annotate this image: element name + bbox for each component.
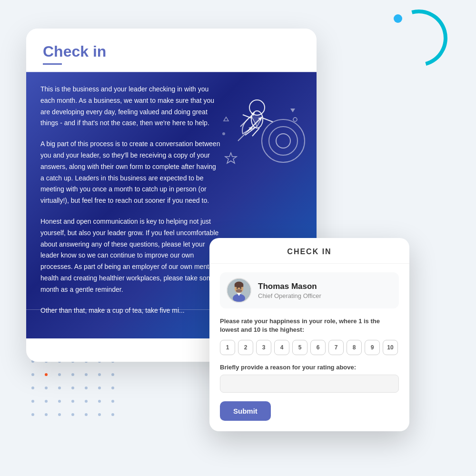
- rating-btn-8[interactable]: 8: [347, 340, 362, 355]
- rating-question: Please rate your happiness in your role,…: [220, 317, 399, 334]
- dot: [111, 373, 114, 376]
- svg-point-26: [236, 289, 242, 292]
- dot: [58, 387, 61, 389]
- reason-input[interactable]: [220, 375, 399, 393]
- profile-job-title: Chief Operating Officer: [258, 292, 321, 299]
- dot: [45, 413, 48, 416]
- svg-point-2: [276, 134, 290, 148]
- dot-orange: [45, 373, 48, 376]
- svg-point-25: [240, 288, 241, 289]
- dot: [98, 400, 101, 403]
- dot: [71, 387, 74, 389]
- rating-btn-2[interactable]: 2: [238, 340, 253, 355]
- svg-point-24: [237, 288, 238, 289]
- dot: [71, 413, 74, 416]
- teal-arc-decoration: [380, 0, 458, 77]
- svg-point-18: [293, 118, 297, 121]
- dot: [31, 373, 34, 376]
- avatar: [227, 278, 251, 303]
- dot: [98, 373, 101, 376]
- svg-marker-17: [290, 109, 295, 112]
- checkin-form-card: CHECK IN: [209, 238, 409, 431]
- svg-point-19: [222, 132, 225, 135]
- submit-button[interactable]: Submit: [220, 401, 271, 421]
- paragraph-2: A big part of this process is to create …: [40, 139, 221, 207]
- dot: [58, 400, 61, 403]
- title-underline: [43, 63, 62, 65]
- dot: [45, 387, 48, 389]
- profile-info: Thomas Mason Chief Operating Officer: [258, 282, 321, 299]
- paragraph-1: This is the business and your leader che…: [40, 84, 221, 129]
- profile-name: Thomas Mason: [258, 282, 321, 291]
- dot: [71, 400, 74, 403]
- rating-row: 12345678910: [220, 340, 399, 355]
- svg-point-9: [249, 100, 265, 115]
- rating-btn-7[interactable]: 7: [328, 340, 344, 355]
- profile-section: Thomas Mason Chief Operating Officer: [220, 272, 399, 308]
- rating-btn-10[interactable]: 10: [383, 340, 398, 355]
- dot: [98, 387, 101, 389]
- rating-btn-5[interactable]: 5: [292, 340, 307, 355]
- dot: [31, 387, 34, 389]
- dot: [85, 413, 88, 416]
- rating-btn-9[interactable]: 9: [365, 340, 380, 355]
- dot-grid-decoration: [29, 357, 117, 419]
- rating-btn-3[interactable]: 3: [256, 340, 271, 355]
- paragraph-4: Other than that, make a cup of tea, take…: [40, 305, 221, 317]
- teal-dot-decoration: [394, 14, 402, 23]
- svg-marker-16: [224, 117, 228, 121]
- dot: [58, 413, 61, 416]
- content-text: This is the business and your leader che…: [40, 84, 221, 316]
- reason-label: Briefly provide a reason for your rating…: [220, 364, 399, 371]
- dot: [111, 413, 114, 416]
- rating-btn-1[interactable]: 1: [220, 340, 235, 355]
- checkin-card-header: CHECK IN: [209, 238, 409, 264]
- checkin-card-body: Thomas Mason Chief Operating Officer Ple…: [209, 264, 409, 431]
- rating-btn-4[interactable]: 4: [274, 340, 289, 355]
- dot: [45, 400, 48, 403]
- rating-btn-6[interactable]: 6: [310, 340, 326, 355]
- checkin-card-title: CHECK IN: [287, 248, 331, 256]
- svg-point-1: [269, 127, 298, 155]
- dot: [111, 387, 114, 389]
- dot: [111, 400, 114, 403]
- svg-line-12: [263, 118, 273, 122]
- dot: [98, 413, 101, 416]
- svg-rect-23: [235, 285, 243, 287]
- dot: [58, 373, 61, 376]
- dot: [85, 387, 88, 389]
- dot: [31, 413, 34, 416]
- dot: [31, 400, 34, 403]
- dot: [85, 373, 88, 376]
- page-title: Check in: [43, 43, 300, 60]
- paragraph-3: Honest and open communication is key to …: [40, 216, 221, 296]
- card-header: Check in: [26, 29, 317, 72]
- svg-point-0: [262, 119, 305, 162]
- dot: [71, 373, 74, 376]
- svg-marker-15: [225, 153, 237, 163]
- dot: [85, 400, 88, 403]
- hero-illustration: [212, 79, 307, 184]
